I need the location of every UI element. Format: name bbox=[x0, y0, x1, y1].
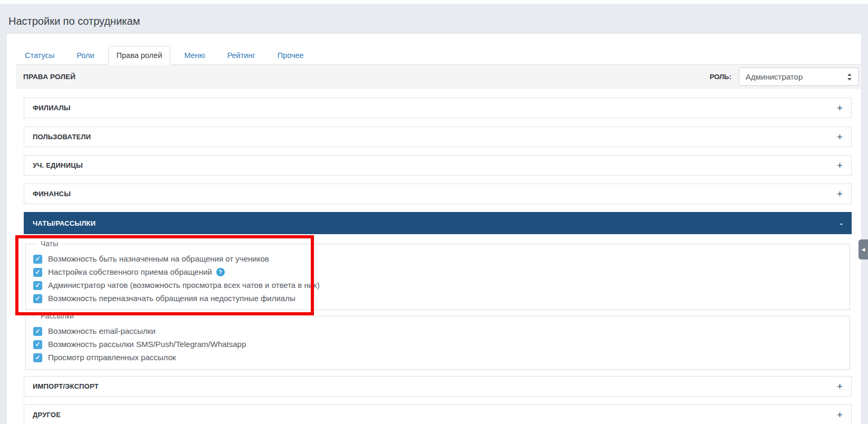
permission-label: Возможность рассылки SMS/Push/Telegram/W… bbox=[48, 340, 246, 349]
permission-label: Возможность переназначать обращения на н… bbox=[48, 294, 295, 303]
checkbox-checked[interactable]: ✓ bbox=[33, 294, 42, 303]
settings-page: Настройки по сотрудникам Статусы Роли Пр… bbox=[0, 0, 868, 424]
accordion-title: УЧ. ЕДИНИЦЫ bbox=[33, 161, 83, 169]
role-label: РОЛЬ: bbox=[710, 73, 731, 81]
checkbox-checked[interactable]: ✓ bbox=[33, 255, 42, 264]
expand-plus-icon[interactable]: + bbox=[837, 189, 843, 199]
accordion-title: ПОЛЬЗОВАТЕЛИ bbox=[33, 133, 91, 141]
accordion-chats-mailings[interactable]: ЧАТЫ/РАССЫЛКИ - bbox=[24, 212, 852, 234]
permission-label: Просмотр отправленных рассылок bbox=[48, 353, 176, 362]
tab-menu[interactable]: Меню bbox=[176, 46, 213, 65]
permission-row: ✓ Возможность переназначать обращения на… bbox=[33, 294, 850, 303]
help-icon[interactable]: ? bbox=[216, 268, 225, 276]
select-updown-icon bbox=[847, 73, 852, 81]
accordion-users[interactable]: ПОЛЬЗОВАТЕЛИ + bbox=[24, 127, 852, 147]
sidebar-collapse-handle[interactable]: ◀ bbox=[859, 239, 868, 259]
accordion-title: ЧАТЫ/РАССЫЛКИ bbox=[33, 219, 96, 227]
accordion-import-export[interactable]: ИМПОРТ/ЭКСПОРТ + bbox=[24, 376, 852, 397]
group-mailings-legend: Рассылки bbox=[36, 312, 78, 320]
accordion-branches[interactable]: ФИЛИАЛЫ + bbox=[24, 98, 852, 118]
permission-label: Администратор чатов (возможность просмот… bbox=[48, 281, 320, 290]
checkbox-checked[interactable]: ✓ bbox=[33, 353, 42, 362]
portlet-title: ПРАВА РОЛЕЙ bbox=[23, 73, 75, 81]
tab-roles[interactable]: Роли bbox=[68, 46, 102, 65]
portlet-header: ПРАВА РОЛЕЙ РОЛЬ: Администратор bbox=[16, 65, 862, 89]
accordion-finances[interactable]: ФИНАНСЫ + bbox=[24, 184, 852, 204]
expand-plus-icon[interactable]: + bbox=[837, 381, 843, 391]
role-select[interactable]: Администратор bbox=[739, 68, 859, 86]
expand-plus-icon[interactable]: + bbox=[837, 410, 843, 420]
tab-bar: Статусы Роли Права ролей Меню Рейтинг Пр… bbox=[16, 46, 318, 65]
permission-row: ✓ Настройка собственного приема обращени… bbox=[33, 267, 850, 277]
accordion-title: ДРУГОЕ bbox=[33, 411, 61, 419]
expand-plus-icon[interactable]: + bbox=[837, 103, 843, 113]
group-chats: Чаты ✓ Возможность быть назначенным на о… bbox=[25, 239, 850, 310]
group-mailings: Рассылки ✓ Возможность email-рассылки ✓ … bbox=[25, 312, 850, 370]
tab-statuses[interactable]: Статусы bbox=[16, 46, 63, 65]
accordion-study-units[interactable]: УЧ. ЕДИНИЦЫ + bbox=[24, 155, 852, 176]
page-title: Настройки по сотрудникам bbox=[8, 15, 140, 27]
accordion-title: ФИНАНСЫ bbox=[33, 190, 71, 198]
permission-row: ✓ Администратор чатов (возможность просм… bbox=[33, 281, 850, 290]
permission-label: Возможность быть назначенным на обращени… bbox=[48, 254, 269, 264]
permission-label: Возможность email-рассылки bbox=[48, 326, 156, 336]
permission-row: ✓ Просмотр отправленных рассылок bbox=[33, 353, 850, 362]
checkbox-checked[interactable]: ✓ bbox=[33, 327, 42, 336]
permission-row: ✓ Возможность email-рассылки bbox=[33, 326, 850, 336]
group-chats-legend: Чаты bbox=[36, 239, 62, 248]
tab-other[interactable]: Прочее bbox=[269, 46, 312, 65]
permission-label: Настройка собственного приема обращений bbox=[48, 267, 212, 277]
accordion-other[interactable]: ДРУГОЕ + bbox=[24, 404, 852, 424]
tab-rating[interactable]: Рейтинг bbox=[218, 46, 263, 65]
permission-row: ✓ Возможность быть назначенным на обраще… bbox=[33, 254, 850, 264]
permission-row: ✓ Возможность рассылки SMS/Push/Telegram… bbox=[33, 340, 850, 349]
expand-plus-icon[interactable]: + bbox=[837, 132, 843, 142]
accordion-title: ИМПОРТ/ЭКСПОРТ bbox=[33, 382, 99, 390]
collapse-minus-icon[interactable]: - bbox=[840, 218, 843, 228]
top-strip bbox=[0, 0, 868, 4]
checkbox-checked[interactable]: ✓ bbox=[33, 281, 42, 290]
settings-card: Статусы Роли Права ролей Меню Рейтинг Пр… bbox=[6, 33, 862, 424]
chevron-left-icon: ◀ bbox=[862, 247, 865, 252]
accordion-title: ФИЛИАЛЫ bbox=[33, 104, 71, 112]
checkbox-checked[interactable]: ✓ bbox=[33, 268, 42, 277]
role-select-value: Администратор bbox=[746, 72, 803, 81]
tab-role-rights[interactable]: Права ролей bbox=[108, 46, 171, 65]
expand-plus-icon[interactable]: + bbox=[837, 160, 843, 170]
checkbox-checked[interactable]: ✓ bbox=[33, 340, 42, 349]
